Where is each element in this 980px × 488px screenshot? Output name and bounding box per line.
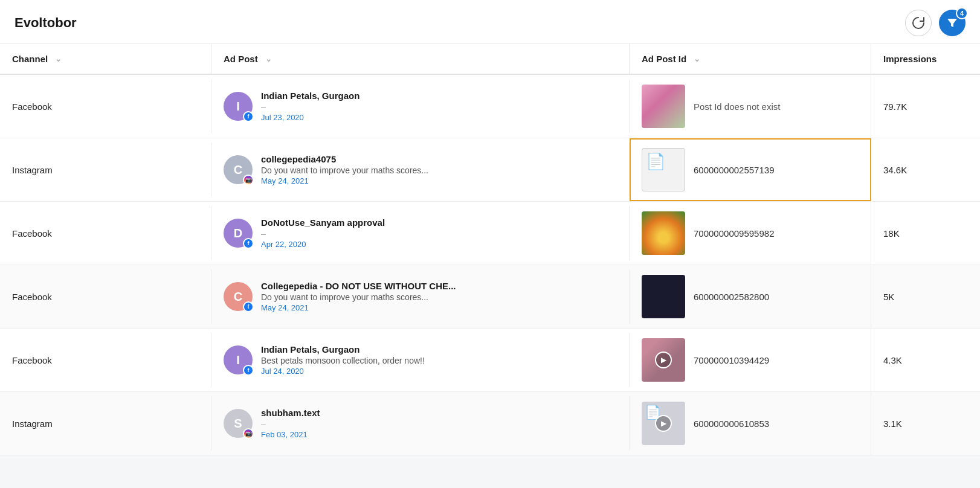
- post-desc: Do you want to improve your maths scores…: [261, 292, 456, 302]
- facebook-badge-icon: f: [243, 111, 254, 122]
- cell-impressions: 18K: [871, 206, 980, 260]
- cell-adpost: I f Indian Petals, Gurgaon Best petals m…: [211, 333, 630, 387]
- cell-adpost: I f Indian Petals, Gurgaon – Jul 23, 202…: [211, 79, 630, 133]
- col-label-adpostid: Ad Post Id: [642, 54, 686, 64]
- app-header: Evoltobor 4: [0, 0, 980, 44]
- cell-impressions: 79.7K: [871, 79, 980, 133]
- table-row: Facebook I f Indian Petals, Gurgaon – Ju…: [0, 75, 980, 138]
- post-info: Collegepedia - DO NOT USE WITHOUT CHE...…: [261, 281, 456, 312]
- ad-post-id-value: 600000002582800: [694, 292, 769, 302]
- ad-post-id-value: 700000010394429: [694, 355, 769, 365]
- filter-button[interactable]: 4: [939, 10, 965, 36]
- avatar: S 📷: [224, 409, 253, 438]
- cell-channel: Facebook: [0, 269, 211, 324]
- post-title: DoNotUse_Sanyam approval: [261, 217, 385, 228]
- post-thumbnail: ▶: [642, 338, 685, 382]
- facebook-badge-icon: f: [243, 238, 254, 249]
- cell-impressions: 4.3K: [871, 333, 980, 387]
- cell-adpostid: 📄 ▶ 600000000610853: [630, 392, 871, 455]
- cell-adpost: D f DoNotUse_Sanyam approval – Apr 22, 2…: [211, 206, 630, 260]
- cell-adpost: S 📷 shubham.text – Feb 03, 2021: [211, 396, 630, 451]
- post-info: DoNotUse_Sanyam approval – Apr 22, 2020: [261, 217, 385, 249]
- impressions-value: 34.6K: [883, 165, 907, 175]
- post-desc: Do you want to improve your maths scores…: [261, 165, 428, 175]
- channel-label: Facebook: [12, 101, 52, 112]
- impressions-value: 3.1K: [883, 419, 902, 429]
- impressions-value: 79.7K: [883, 101, 907, 112]
- cell-channel: Facebook: [0, 333, 211, 387]
- post-thumbnail: [642, 275, 685, 318]
- refresh-button[interactable]: [905, 10, 932, 36]
- post-date: Feb 03, 2021: [261, 430, 320, 439]
- cell-impressions: 3.1K: [871, 396, 980, 451]
- post-title: Indian Petals, Gurgaon: [261, 344, 425, 355]
- cell-channel: Instagram: [0, 143, 211, 197]
- filter-badge: 4: [956, 7, 968, 19]
- avatar: I f: [224, 92, 253, 121]
- post-info: Indian Petals, Gurgaon Best petals monso…: [261, 344, 425, 376]
- chevron-down-icon: ⌄: [55, 54, 62, 63]
- avatar: C 📷: [224, 155, 253, 184]
- col-header-adpostid[interactable]: Ad Post Id ⌄: [630, 44, 871, 74]
- play-icon: ▶: [655, 352, 672, 368]
- post-info: shubham.text – Feb 03, 2021: [261, 408, 320, 439]
- post-desc: –: [261, 229, 385, 239]
- avatar: I f: [224, 345, 253, 374]
- col-header-adpost[interactable]: Ad Post ⌄: [211, 44, 630, 74]
- channel-label: Facebook: [12, 355, 52, 365]
- table-row: Facebook I f Indian Petals, Gurgaon Best…: [0, 329, 980, 392]
- chevron-down-icon: ⌄: [694, 54, 700, 63]
- cell-impressions: 5K: [871, 269, 980, 324]
- ad-post-id-value: Post Id does not exist: [694, 101, 780, 112]
- ad-post-id-value: 7000000009595982: [694, 228, 774, 239]
- cell-channel: Instagram: [0, 396, 211, 451]
- col-label-channel: Channel: [12, 54, 48, 64]
- cell-adpostid: Post Id does not exist: [630, 75, 871, 138]
- post-date: May 24, 2021: [261, 303, 456, 312]
- post-info: Indian Petals, Gurgaon – Jul 23, 2020: [261, 91, 359, 122]
- table-row: Facebook D f DoNotUse_Sanyam approval – …: [0, 202, 980, 265]
- cell-adpostid: ▶ 700000010394429: [630, 329, 871, 391]
- post-title: shubham.text: [261, 408, 320, 418]
- post-desc: Best petals monsoon collection, order no…: [261, 356, 425, 365]
- chevron-down-icon: ⌄: [265, 54, 272, 63]
- cell-adpostid: 600000002582800: [630, 265, 871, 328]
- cell-channel: Facebook: [0, 79, 211, 133]
- table-container: Channel ⌄ Ad Post ⌄ Ad Post Id ⌄ Impress…: [0, 44, 980, 455]
- post-date: May 24, 2021: [261, 176, 428, 185]
- post-thumbnail: 📄 ▶: [642, 402, 685, 445]
- avatar: D f: [224, 219, 253, 248]
- cell-adpost: C f Collegepedia - DO NOT USE WITHOUT CH…: [211, 269, 630, 324]
- col-header-channel[interactable]: Channel ⌄: [0, 44, 211, 74]
- instagram-badge-icon: 📷: [243, 175, 254, 185]
- post-thumbnail: [642, 85, 685, 128]
- header-actions: 4: [905, 10, 965, 36]
- ad-post-id-value: 6000000002557139: [694, 165, 774, 175]
- impressions-value: 5K: [883, 292, 894, 302]
- table-header: Channel ⌄ Ad Post ⌄ Ad Post Id ⌄ Impress…: [0, 44, 980, 75]
- post-desc: –: [261, 102, 359, 112]
- channel-label: Instagram: [12, 419, 53, 429]
- cell-impressions: 34.6K: [871, 143, 980, 197]
- post-title: Collegepedia - DO NOT USE WITHOUT CHE...: [261, 281, 456, 291]
- impressions-value: 4.3K: [883, 355, 902, 365]
- post-date: Jul 23, 2020: [261, 113, 359, 122]
- table-row: Instagram C 📷 collegepedia4075 Do you wa…: [0, 138, 980, 202]
- ad-post-id-value: 600000000610853: [694, 419, 769, 429]
- post-date: Apr 22, 2020: [261, 240, 385, 249]
- facebook-badge-icon: f: [243, 301, 254, 312]
- post-desc: –: [261, 419, 320, 429]
- avatar: C f: [224, 282, 253, 311]
- col-header-impressions: Impressions: [871, 44, 980, 74]
- cell-channel: Facebook: [0, 206, 211, 260]
- instagram-badge-icon: 📷: [243, 428, 254, 439]
- channel-label: Instagram: [12, 165, 53, 175]
- cell-adpostid-highlighted: 📄 6000000002557139: [630, 138, 871, 201]
- table-row: Instagram S 📷 shubham.text – Feb 03, 202…: [0, 392, 980, 455]
- col-label-adpost: Ad Post: [224, 54, 258, 64]
- table-row: Facebook C f Collegepedia - DO NOT USE W…: [0, 265, 980, 329]
- post-thumbnail: [642, 211, 685, 255]
- col-label-impressions: Impressions: [883, 54, 936, 64]
- cell-adpost: C 📷 collegepedia4075 Do you want to impr…: [211, 143, 630, 197]
- post-date: Jul 24, 2020: [261, 367, 425, 376]
